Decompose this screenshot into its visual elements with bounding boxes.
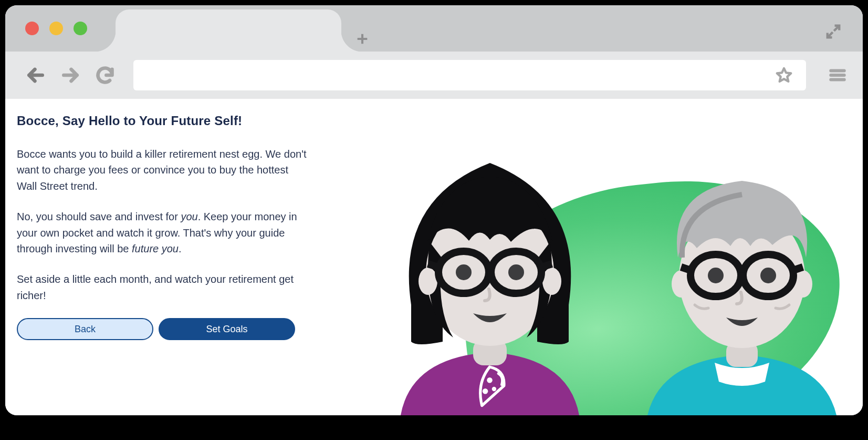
svg-point-18 [760,268,776,283]
svg-point-10 [492,387,496,391]
older-avatar [632,152,852,415]
active-tab[interactable] [116,9,341,52]
svg-point-7 [508,264,524,280]
p2-seg-c: . [179,243,182,254]
arrow-left-icon [26,65,46,85]
url-bar[interactable] [133,60,806,90]
refresh-button[interactable] [92,63,118,88]
p2-seg-a: No, you should save and invest for [17,211,181,222]
page-heading: Bocce, Say Hello to Your Future Self! [17,114,311,128]
svg-point-6 [456,264,472,280]
back-button[interactable] [23,63,48,88]
zoom-window-button[interactable] [74,22,87,35]
browser-toolbar [5,52,863,99]
forward-button[interactable] [58,63,83,88]
set-goals-button[interactable]: Set Goals [159,318,295,340]
text-column: Bocce, Say Hello to Your Future Self! Bo… [17,114,311,340]
svg-point-8 [487,377,493,383]
menu-button[interactable] [825,63,850,88]
new-tab-button[interactable] [352,28,373,49]
close-window-button[interactable] [25,22,39,35]
paragraph-2: No, you should save and invest for you. … [17,209,311,257]
back-page-button[interactable]: Back [17,318,153,340]
p2-em-1: you [181,211,197,222]
bookmark-button[interactable] [773,65,794,86]
arrow-right-icon [60,65,80,85]
paragraph-3: Set aside a little each month, and watch… [17,271,311,303]
hamburger-icon [829,66,846,84]
star-outline-icon [775,66,793,84]
svg-point-9 [483,388,488,394]
traffic-lights [25,22,87,35]
svg-point-3 [542,268,561,295]
refresh-icon [95,65,115,85]
expand-window-button[interactable] [823,21,844,42]
page-content: Bocce, Say Hello to Your Future Self! Bo… [5,99,863,415]
paragraph-1: Bocce wants you to build a killer retire… [17,146,311,194]
plus-icon [355,32,370,46]
young-avatar [380,131,600,415]
svg-point-17 [708,268,724,283]
p2-em-2: future you [132,243,179,254]
minimize-window-button[interactable] [49,22,63,35]
illustration [359,121,863,415]
svg-point-2 [419,268,437,295]
browser-window: Bocce, Say Hello to Your Future Self! Bo… [5,5,863,415]
browser-tabbar [5,5,863,52]
expand-icon [825,24,841,39]
button-row: Back Set Goals [17,318,311,340]
